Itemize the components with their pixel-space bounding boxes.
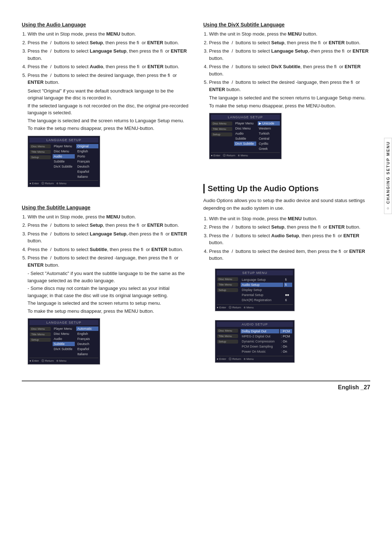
setup-btn: Setup — [30, 155, 51, 159]
disc-menu-btn: Disc Menu — [30, 144, 51, 148]
list-item: Press the / buttons to select Setup, the… — [209, 223, 370, 231]
title-menu-btn-divx: Title Menu — [211, 127, 232, 131]
audio-row-3-label: Dynamic Compression — [241, 339, 279, 344]
setup-screen-bottom-text: ● Enter ⓪ Return ⊕ Menu — [217, 305, 254, 309]
menu-disc-sub: Disc Menu — [53, 332, 75, 336]
divx-note-1: The language is selected and the screen … — [209, 94, 370, 102]
val-central: Central — [258, 136, 280, 141]
divx-subtitle-section: Using the DivX Subtitle Language With th… — [203, 22, 370, 162]
setup-row-2-label: Audio Setup — [241, 283, 283, 287]
audio-screen-bottom-text: ● Enter ⓪ Return ⊕ Menu — [217, 357, 254, 361]
setup-s: Setup — [217, 288, 238, 292]
title-menu-btn: Title Menu — [30, 150, 51, 154]
audio-row-5-val: : On — [280, 349, 292, 354]
audio-screen-bottom: ● Enter ⓪ Return ⊕ Menu — [217, 356, 293, 361]
menu-disc-divx: Disc Menu — [234, 126, 256, 131]
screen-right-col-sub: Player Menu Disc Menu Audio Subtitle Div… — [53, 327, 75, 356]
val-porto: Porto — [76, 154, 98, 159]
screen-bottom-bar-divx: ● Enter ⓪ Return ⊕ Menu — [211, 152, 280, 157]
menu-subtitle: Subtitle — [53, 159, 75, 164]
title-menu-s: Title Menu — [217, 283, 238, 287]
side-tab: ○ CHANGING SETUP MENU — [384, 138, 392, 214]
subtitle-note-4: To make the setup menu disappear, press … — [28, 308, 189, 315]
divx-note-2: To make the setup menu disappear, press … — [209, 102, 370, 110]
audio-table: Dolby Digital Out: PCM MPEG-2 Digital Ou… — [240, 328, 293, 354]
audio-row-2-val: : PCM — [280, 334, 292, 338]
screen-bottom-text-sub: ● Enter ⓪ Return ⊕ Menu — [29, 359, 66, 363]
setup-row-2-val: fi — [284, 283, 292, 287]
list-item: Press the / buttons to select the desire… — [28, 254, 189, 268]
subtitle-note-1: - Select "Automatic" if you want the sub… — [28, 270, 189, 284]
audio-language-section: Using the Audio Language With the unit i… — [22, 22, 189, 190]
screen-left-col: Disc Menu Title Menu Setup — [29, 144, 51, 179]
list-item: Press the / buttons to select Setup, the… — [28, 39, 189, 46]
screen-bottom-bar: ● Enter ⓪ Return ⊕ Menu — [29, 180, 98, 185]
audio-options-steps: With the unit in Stop mode, press the ME… — [209, 215, 370, 262]
setup-row-4-val: ■■ — [284, 293, 292, 297]
audio-row-1-val: : PCM — [280, 329, 292, 333]
audio-row-4-label: PCM Down Sampling — [241, 344, 279, 349]
subtitle-language-steps: With the unit in Stop mode, press the ME… — [28, 213, 189, 269]
title-menu-btn-sub: Title Menu — [30, 332, 51, 336]
menu-disc: Disc Menu — [53, 149, 75, 153]
audio-options-title: Setting Up the Audio Options — [203, 184, 370, 193]
menu-player: Player Menu — [53, 144, 75, 148]
setup-row-3-label: Display Setup — [241, 288, 283, 292]
list-item: Press the / buttons to select Audio, the… — [28, 63, 189, 70]
val-turkish: Turkish — [258, 131, 280, 136]
screen-left-audio: Disc Menu Title Menu Setup — [217, 328, 238, 354]
disc-menu-s: Disc Menu — [217, 277, 238, 281]
title-menu-a: Title Menu — [217, 334, 238, 338]
setup-row-4-label: Parental Setup — [241, 293, 283, 297]
audio-note-1: Select "Original" if you want the defaul… — [28, 87, 189, 102]
setup-screen-bottom: ● Enter ⓪ Return ⊕ Menu — [217, 304, 293, 309]
audio-language-screen: LANGUAGE SETUP Disc Menu Title Menu Setu… — [22, 133, 189, 190]
val-francais-sub: Français — [76, 337, 98, 341]
setup-btn-divx: Setup — [211, 132, 232, 136]
audio-row-3-val: : On — [280, 339, 292, 344]
val-english-sub: English — [76, 332, 98, 336]
val-espanol-sub: Español — [76, 347, 98, 351]
divx-subtitle-steps: With the unit in Stop mode, press the ME… — [209, 30, 370, 93]
audio-options-section: Setting Up the Audio Options Audio Optio… — [203, 177, 370, 366]
screen-values-col: Original English Porto Français Deutsch … — [76, 144, 98, 179]
audio-note-4: To make the setup menu disappear, press … — [28, 125, 189, 132]
disc-menu-btn-divx: Disc Menu — [211, 122, 232, 126]
val-english: English — [76, 149, 98, 153]
setup-btn-sub: Setup — [30, 338, 51, 342]
list-item: Press the / buttons to select Audio Setu… — [209, 232, 370, 246]
setup-row-1-val: fi — [284, 278, 292, 282]
screen-bottom-text: ● Enter ⓪ Return ⊕ Menu — [29, 181, 66, 185]
setup-row-5-label: DivX(R) Registration — [241, 298, 283, 302]
list-item: Press the / buttons to select Language S… — [28, 48, 189, 62]
screen-left-col-divx: Disc Menu Title Menu Setup — [211, 121, 233, 151]
screen-header-sub: LANGUAGE SETUP — [29, 320, 98, 325]
footer-text: English _27 — [338, 384, 370, 391]
screen-right-col-divx: Player Menu Disc Menu Audio Subtitle Div… — [234, 121, 256, 151]
list-item: With the unit in Stop mode, press the ME… — [28, 30, 189, 38]
menu-audio: Audio — [53, 154, 75, 159]
val-italiano-sub: Italiano — [76, 352, 98, 356]
val-deutsch-sub: Deutsch — [76, 342, 98, 346]
val-francais: Français — [76, 159, 98, 164]
list-item: Press the / buttons to select the desire… — [209, 79, 370, 93]
audio-setup-screen: AUDIO SETUP Disc Menu Title Menu Setup D… — [215, 320, 295, 363]
menu-divx-divx: DivX Subtitle — [234, 141, 256, 146]
list-item: Press the / buttons to select Setup, the… — [209, 39, 370, 46]
val-western: Western — [258, 126, 280, 131]
val-greek: Greek — [258, 147, 280, 151]
disc-menu-a: Disc Menu — [217, 329, 238, 333]
val-original: Original — [76, 144, 98, 148]
subtitle-language-title: Using the Subtitle Language — [22, 205, 189, 210]
list-item: With the unit in Stop mode, press the ME… — [28, 213, 189, 221]
setup-menu-body: Disc Menu Title Menu Setup Language Setu… — [217, 277, 293, 303]
footer: English _27 — [22, 381, 370, 391]
divx-subtitle-title: Using the DivX Subtitle Language — [203, 22, 370, 28]
val-unicode: ▶ Unicode — [258, 121, 280, 126]
subtitle-note-2: - Some discs may not contain the languag… — [28, 285, 189, 299]
menu-player-divx: Player Menu — [234, 121, 256, 126]
screen-header-divx: LANGUAGE SETUP — [211, 115, 280, 120]
list-item: Press the / buttons to select Language S… — [28, 230, 189, 245]
val-deutsch: Deutsch — [76, 164, 98, 169]
setup-row-3-val — [284, 288, 292, 292]
